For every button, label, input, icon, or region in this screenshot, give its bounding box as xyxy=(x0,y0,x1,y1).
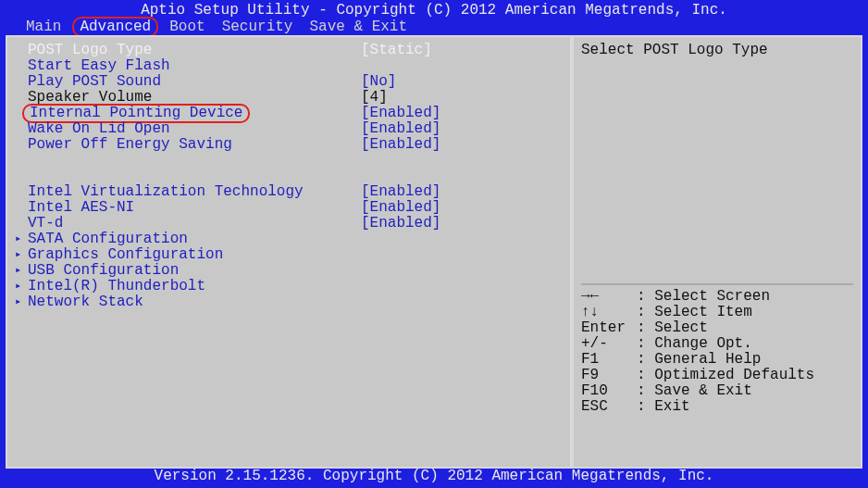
body-area: POST Logo Type [Static] Start Easy Flash… xyxy=(0,35,868,469)
setting-label: Intel AES-NI xyxy=(28,200,361,216)
setting-value: [Enabled] xyxy=(361,216,563,231)
submenu-label: SATA Configuration xyxy=(28,231,361,247)
setting-label: VT-d xyxy=(28,216,361,231)
setting-value: [Enabled] xyxy=(361,184,563,200)
help-keys: →←: Select Screen ↑↓: Select Item Enter:… xyxy=(581,289,853,461)
help-key-save-exit: F10: Save & Exit xyxy=(581,383,853,399)
help-description: Select POST Logo Type xyxy=(581,43,853,58)
setting-internal-pointing-device[interactable]: Internal Pointing Device [Enabled] xyxy=(28,106,563,121)
menu-main[interactable]: Main xyxy=(26,19,61,35)
bios-setup-screen: Aptio Setup Utility - Copyright (C) 2012… xyxy=(0,0,868,488)
menu-security[interactable]: Security xyxy=(222,19,293,35)
setting-vt-d[interactable]: VT-d [Enabled] xyxy=(28,216,563,231)
setting-value: [Enabled] xyxy=(361,137,563,153)
setting-play-post-sound[interactable]: Play POST Sound [No] xyxy=(28,74,563,90)
setting-post-logo-type[interactable]: POST Logo Type [Static] xyxy=(28,43,563,58)
help-divider xyxy=(581,283,853,285)
help-key-general-help: F1: General Help xyxy=(581,352,853,368)
help-key-select-item: ↑↓: Select Item xyxy=(581,305,853,320)
submenu-network-stack[interactable]: Network Stack xyxy=(28,294,563,310)
setting-label: Wake On Lid Open xyxy=(28,121,361,137)
setting-label: Power Off Energy Saving xyxy=(28,137,361,153)
help-key-exit: ESC: Exit xyxy=(581,399,853,415)
help-key-change-opt: +/-: Change Opt. xyxy=(581,336,853,352)
setting-value: [No] xyxy=(361,74,563,90)
setting-label: POST Logo Type xyxy=(28,43,361,58)
submenu-graphics-configuration[interactable]: Graphics Configuration xyxy=(28,247,563,263)
submenu-label: Intel(R) Thunderbolt xyxy=(28,279,361,294)
setting-power-off-energy-saving[interactable]: Power Off Energy Saving [Enabled] xyxy=(28,137,563,153)
menu-save-exit[interactable]: Save & Exit xyxy=(309,19,407,35)
bios-title: Aptio Setup Utility - Copyright (C) 2012… xyxy=(0,0,868,19)
setting-label: Intel Virtualization Technology xyxy=(28,184,361,200)
setting-intel-aes-ni[interactable]: Intel AES-NI [Enabled] xyxy=(28,200,563,216)
help-panel: Select POST Logo Type →←: Select Screen … xyxy=(572,35,862,469)
setting-wake-on-lid-open[interactable]: Wake On Lid Open [Enabled] xyxy=(28,121,563,137)
setting-start-easy-flash[interactable]: Start Easy Flash xyxy=(28,58,563,74)
header-bar: Aptio Setup Utility - Copyright (C) 2012… xyxy=(0,0,868,35)
setting-label: Internal Pointing Device xyxy=(28,106,361,121)
help-key-select: Enter: Select xyxy=(581,320,853,336)
setting-value: [Enabled] xyxy=(361,106,563,121)
menu-advanced-highlight: Advanced xyxy=(72,17,158,37)
setting-value: [Enabled] xyxy=(361,200,563,216)
submenu-sata-configuration[interactable]: SATA Configuration xyxy=(28,231,563,247)
help-key-select-screen: →←: Select Screen xyxy=(581,289,853,305)
setting-value: [Enabled] xyxy=(361,121,563,137)
bios-footer-version: Version 2.15.1236. Copyright (C) 2012 Am… xyxy=(0,469,868,487)
submenu-label: USB Configuration xyxy=(28,263,361,279)
setting-value: [4] xyxy=(361,90,563,106)
menu-boot[interactable]: Boot xyxy=(169,19,205,35)
top-menu[interactable]: Main Advanced Boot Security Save & Exit xyxy=(0,19,868,35)
menu-advanced[interactable]: Advanced xyxy=(80,19,151,35)
settings-panel: POST Logo Type [Static] Start Easy Flash… xyxy=(6,35,572,469)
setting-value xyxy=(361,58,563,74)
setting-label: Start Easy Flash xyxy=(28,58,361,74)
submenu-intel-thunderbolt[interactable]: Intel(R) Thunderbolt xyxy=(28,279,563,294)
help-key-optimized-defaults: F9: Optimized Defaults xyxy=(581,368,853,383)
setting-label: Play POST Sound xyxy=(28,74,361,90)
submenu-usb-configuration[interactable]: USB Configuration xyxy=(28,263,563,279)
submenu-label: Network Stack xyxy=(28,294,361,310)
submenu-label: Graphics Configuration xyxy=(28,247,361,263)
setting-intel-virtualization[interactable]: Intel Virtualization Technology [Enabled… xyxy=(28,184,563,200)
setting-value: [Static] xyxy=(361,43,563,58)
